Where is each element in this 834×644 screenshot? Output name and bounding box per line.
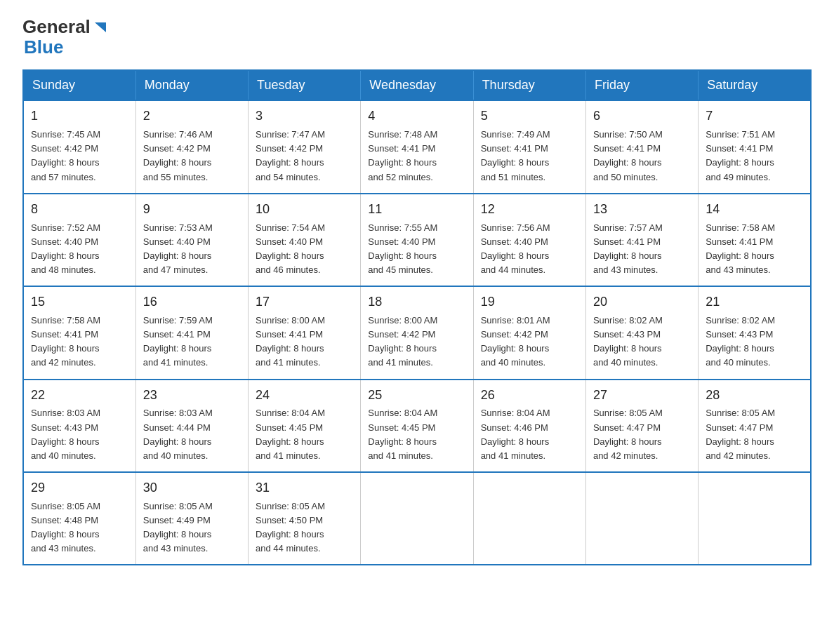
calendar-cell: 24Sunrise: 8:04 AMSunset: 4:45 PMDayligh… <box>249 380 361 472</box>
logo-general-text: General <box>22 17 91 37</box>
day-info: Sunrise: 8:00 AMSunset: 4:42 PMDaylight:… <box>368 315 437 368</box>
calendar-cell: 23Sunrise: 8:03 AMSunset: 4:44 PMDayligh… <box>135 380 248 472</box>
day-info: Sunrise: 8:02 AMSunset: 4:43 PMDaylight:… <box>706 315 775 368</box>
calendar-cell <box>473 472 585 565</box>
calendar-cell: 7Sunrise: 7:51 AMSunset: 4:41 PMDaylight… <box>699 100 811 193</box>
day-number: 4 <box>368 107 465 126</box>
day-number: 18 <box>368 293 465 312</box>
calendar-table: SundayMondayTuesdayWednesdayThursdayFrid… <box>22 69 812 565</box>
calendar-cell: 6Sunrise: 7:50 AMSunset: 4:41 PMDaylight… <box>585 100 698 193</box>
calendar-cell: 16Sunrise: 7:59 AMSunset: 4:41 PMDayligh… <box>135 286 248 379</box>
calendar-cell: 5Sunrise: 7:49 AMSunset: 4:41 PMDaylight… <box>473 100 585 193</box>
calendar-cell: 25Sunrise: 8:04 AMSunset: 4:45 PMDayligh… <box>361 380 473 472</box>
day-info: Sunrise: 7:58 AMSunset: 4:41 PMDaylight:… <box>31 315 100 368</box>
day-info: Sunrise: 8:03 AMSunset: 4:43 PMDaylight:… <box>31 408 100 460</box>
logo-container: General Blue <box>22 17 107 57</box>
calendar-cell: 31Sunrise: 8:05 AMSunset: 4:50 PMDayligh… <box>249 472 361 565</box>
svg-marker-0 <box>95 22 106 32</box>
day-number: 19 <box>481 293 578 312</box>
weekday-header-sunday: Sunday <box>23 70 135 100</box>
calendar-cell: 19Sunrise: 8:01 AMSunset: 4:42 PMDayligh… <box>473 286 585 379</box>
day-number: 6 <box>593 107 691 126</box>
day-info: Sunrise: 7:56 AMSunset: 4:40 PMDaylight:… <box>481 222 550 275</box>
calendar-cell: 26Sunrise: 8:04 AMSunset: 4:46 PMDayligh… <box>473 380 585 472</box>
weekday-header-thursday: Thursday <box>473 70 585 100</box>
day-number: 1 <box>31 107 128 126</box>
day-number: 28 <box>706 386 803 405</box>
day-info: Sunrise: 8:05 AMSunset: 4:49 PMDaylight:… <box>143 501 213 554</box>
logo-blue-text: Blue <box>24 37 63 58</box>
day-number: 31 <box>256 478 353 498</box>
calendar-cell: 27Sunrise: 8:05 AMSunset: 4:47 PMDayligh… <box>585 380 698 472</box>
calendar-cell: 21Sunrise: 8:02 AMSunset: 4:43 PMDayligh… <box>699 286 811 379</box>
day-number: 27 <box>593 386 691 405</box>
weekday-header-wednesday: Wednesday <box>361 70 473 100</box>
page: General Blue SundayMondayTuesdayWednesda… <box>0 0 834 588</box>
day-info: Sunrise: 8:05 AMSunset: 4:47 PMDaylight:… <box>593 408 663 460</box>
day-number: 10 <box>256 200 353 220</box>
day-number: 14 <box>706 200 803 220</box>
day-info: Sunrise: 7:51 AMSunset: 4:41 PMDaylight:… <box>706 129 775 182</box>
day-number: 7 <box>706 107 803 126</box>
weekday-header-saturday: Saturday <box>699 70 811 100</box>
day-info: Sunrise: 8:05 AMSunset: 4:50 PMDaylight:… <box>256 501 325 554</box>
day-number: 26 <box>481 386 578 405</box>
calendar-cell: 3Sunrise: 7:47 AMSunset: 4:42 PMDaylight… <box>249 100 361 193</box>
day-number: 30 <box>143 478 241 498</box>
calendar-cell: 28Sunrise: 8:05 AMSunset: 4:47 PMDayligh… <box>699 380 811 472</box>
calendar-cell <box>361 472 473 565</box>
calendar-cell: 13Sunrise: 7:57 AMSunset: 4:41 PMDayligh… <box>585 194 698 286</box>
day-info: Sunrise: 8:03 AMSunset: 4:44 PMDaylight:… <box>143 408 213 460</box>
day-info: Sunrise: 7:54 AMSunset: 4:40 PMDaylight:… <box>256 222 325 275</box>
day-info: Sunrise: 8:02 AMSunset: 4:43 PMDaylight:… <box>593 315 663 368</box>
day-number: 9 <box>143 200 241 220</box>
day-info: Sunrise: 7:59 AMSunset: 4:41 PMDaylight:… <box>143 315 213 368</box>
day-number: 23 <box>143 386 241 405</box>
day-info: Sunrise: 8:00 AMSunset: 4:41 PMDaylight:… <box>256 315 325 368</box>
day-info: Sunrise: 8:05 AMSunset: 4:48 PMDaylight:… <box>31 501 100 554</box>
logo-triangle-icon <box>92 20 107 35</box>
day-info: Sunrise: 7:52 AMSunset: 4:40 PMDaylight:… <box>31 222 100 275</box>
calendar-cell: 2Sunrise: 7:46 AMSunset: 4:42 PMDaylight… <box>135 100 248 193</box>
weekday-header-tuesday: Tuesday <box>249 70 361 100</box>
day-info: Sunrise: 7:50 AMSunset: 4:41 PMDaylight:… <box>593 129 663 182</box>
calendar-week-row: 29Sunrise: 8:05 AMSunset: 4:48 PMDayligh… <box>23 472 811 565</box>
day-info: Sunrise: 7:58 AMSunset: 4:41 PMDaylight:… <box>706 222 775 275</box>
calendar-week-row: 22Sunrise: 8:03 AMSunset: 4:43 PMDayligh… <box>23 380 811 472</box>
calendar-cell: 30Sunrise: 8:05 AMSunset: 4:49 PMDayligh… <box>135 472 248 565</box>
day-number: 22 <box>31 386 128 405</box>
day-number: 16 <box>143 293 241 312</box>
calendar-cell: 20Sunrise: 8:02 AMSunset: 4:43 PMDayligh… <box>585 286 698 379</box>
day-info: Sunrise: 7:49 AMSunset: 4:41 PMDaylight:… <box>481 129 550 182</box>
weekday-header-row: SundayMondayTuesdayWednesdayThursdayFrid… <box>23 70 811 100</box>
calendar-cell: 11Sunrise: 7:55 AMSunset: 4:40 PMDayligh… <box>361 194 473 286</box>
calendar-cell <box>585 472 698 565</box>
day-info: Sunrise: 7:47 AMSunset: 4:42 PMDaylight:… <box>256 129 325 182</box>
calendar-cell: 1Sunrise: 7:45 AMSunset: 4:42 PMDaylight… <box>23 100 135 193</box>
day-number: 20 <box>593 293 691 312</box>
weekday-header-monday: Monday <box>135 70 248 100</box>
day-info: Sunrise: 8:05 AMSunset: 4:47 PMDaylight:… <box>706 408 775 460</box>
day-info: Sunrise: 7:46 AMSunset: 4:42 PMDaylight:… <box>143 129 213 182</box>
day-info: Sunrise: 8:04 AMSunset: 4:45 PMDaylight:… <box>368 408 437 460</box>
calendar-cell: 8Sunrise: 7:52 AMSunset: 4:40 PMDaylight… <box>23 194 135 286</box>
calendar-cell: 17Sunrise: 8:00 AMSunset: 4:41 PMDayligh… <box>249 286 361 379</box>
calendar-cell: 22Sunrise: 8:03 AMSunset: 4:43 PMDayligh… <box>23 380 135 472</box>
day-number: 17 <box>256 293 353 312</box>
calendar-week-row: 15Sunrise: 7:58 AMSunset: 4:41 PMDayligh… <box>23 286 811 379</box>
day-number: 11 <box>368 200 465 220</box>
calendar-cell <box>699 472 811 565</box>
day-info: Sunrise: 7:53 AMSunset: 4:40 PMDaylight:… <box>143 222 213 275</box>
calendar-cell: 29Sunrise: 8:05 AMSunset: 4:48 PMDayligh… <box>23 472 135 565</box>
day-info: Sunrise: 8:01 AMSunset: 4:42 PMDaylight:… <box>481 315 550 368</box>
calendar-cell: 10Sunrise: 7:54 AMSunset: 4:40 PMDayligh… <box>249 194 361 286</box>
day-info: Sunrise: 7:48 AMSunset: 4:41 PMDaylight:… <box>368 129 437 182</box>
day-info: Sunrise: 8:04 AMSunset: 4:46 PMDaylight:… <box>481 408 550 460</box>
day-number: 5 <box>481 107 578 126</box>
day-info: Sunrise: 7:57 AMSunset: 4:41 PMDaylight:… <box>593 222 663 275</box>
day-number: 8 <box>31 200 128 220</box>
day-number: 2 <box>143 107 241 126</box>
weekday-header-friday: Friday <box>585 70 698 100</box>
day-number: 25 <box>368 386 465 405</box>
day-number: 29 <box>31 478 128 498</box>
